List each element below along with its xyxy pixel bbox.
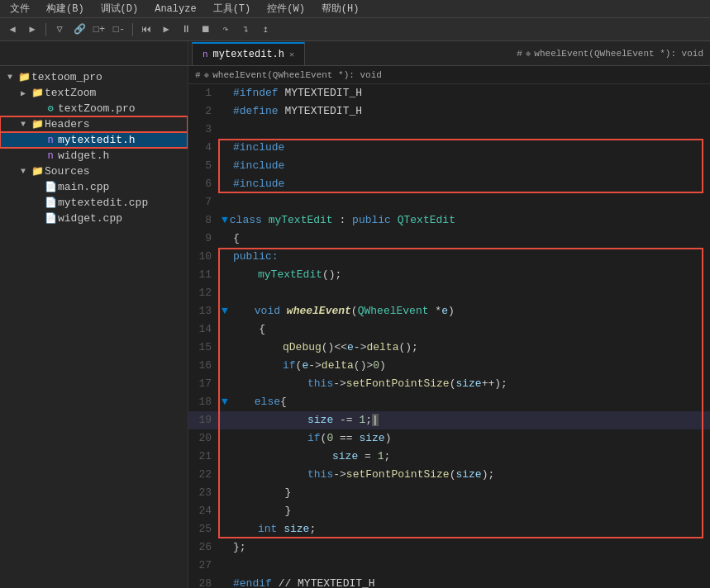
headers-arrow: ▼ [17,120,30,129]
sidebar-item-widget-cpp[interactable]: 📄 widget.cpp [0,211,188,226]
code-editor[interactable]: 1 #ifndef MYTEXTEDIT_H 2 #define MYTEXTE… [188,84,710,588]
code-line-28: 28 #endif // MYTEXTEDIT_H [188,575,710,588]
toolbar-play[interactable]: ▶ [157,21,175,39]
code-line-25: 25 int size; [188,520,710,538]
sidebar-item-widget-h[interactable]: n widget.h [0,148,188,164]
code-line-5: 5 #include [188,157,710,175]
toolbar-stop[interactable]: ⏹ [197,21,215,39]
toolbar-forward[interactable]: ▶ [23,21,41,39]
toolbar-pause[interactable]: ⏸ [177,21,195,39]
toolbar-back[interactable]: ◀ [3,21,21,39]
breadcrumb-separator: ◆ [204,69,210,80]
toolbar-minus[interactable]: □- [110,21,128,39]
sources-folder-icon: 📁 [30,165,45,178]
code-line-22: 22 this->setFontPointSize(size); [188,466,710,484]
tab-file-icon: n [203,50,208,59]
tab-mytextedit-h[interactable]: n mytextedit.h ✕ [192,42,305,65]
code-editor-area: # ◆ wheelEvent(QWheelEvent *): void 1 #i… [188,66,710,588]
code-line-4: 4 #include [188,139,710,157]
breadcrumb-hash: # [517,49,522,59]
project-label: textoom_pro [31,71,102,83]
headers-label: Headers [45,118,90,130]
headers-folder-icon: 📁 [30,118,45,130]
tab-close-button[interactable]: ✕ [289,50,294,59]
sidebar-item-mytextedit-h[interactable]: n mytextedit.h [0,132,188,148]
sidebar-item-sources[interactable]: ▼ 📁 Sources [0,164,188,179]
mytextedit-cpp-icon: 📄 [43,197,58,209]
sidebar-item-main-cpp[interactable]: 📄 main.cpp [0,179,188,195]
menu-analyze[interactable]: Analyze [151,3,199,15]
code-line-21: 21 size = 1; [188,448,710,466]
widget-h-icon: n [43,150,58,162]
breadcrumb-hash-label: # [195,70,201,80]
toolbar-sep2 [132,23,133,36]
widget-cpp-label: widget.cpp [58,212,122,225]
menu-tools[interactable]: 工具(T) [210,2,255,16]
code-line-6: 6 #include [188,175,710,193]
pro-file-icon: ⚙ [43,102,58,115]
breadcrumb-function: wheelEvent(QWheelEvent *): void [534,49,703,59]
code-line-11: 11 myTextEdit(); [188,266,710,284]
main-cpp-label: main.cpp [58,181,109,193]
menu-file[interactable]: 文件 [7,2,33,16]
toolbar-link[interactable]: 🔗 [70,21,88,39]
sidebar-item-textzoom[interactable]: ▶ 📁 textZoom [0,85,188,101]
code-line-24: 24 } [188,502,710,520]
sidebar-item-project[interactable]: ▼ 📁 textoom_pro [0,69,188,85]
code-line-17: 17 this->setFontPointSize(size++); [188,375,710,393]
code-line-2: 2 #define MYTEXTEDIT_H [188,102,710,121]
widget-h-label: widget.h [58,149,109,162]
widget-cpp-icon: 📄 [43,212,58,225]
sidebar-item-headers[interactable]: ▼ 📁 Headers [0,116,188,132]
toolbar-step-over[interactable]: ↷ [217,21,235,39]
code-line-3: 3 [188,121,710,139]
textzoom-label: textZoom [45,87,96,99]
main-cpp-icon: 📄 [43,181,58,193]
code-line-13: 13 ▼void wheelEvent(QWheelEvent *e) [188,302,710,320]
mytextedit-h-label: mytextedit.h [58,134,136,146]
toolbar-filter[interactable]: ▽ [50,21,69,39]
menu-control[interactable]: 控件(W) [264,2,308,16]
breadcrumb-function-name: wheelEvent(QWheelEvent *): void [212,70,382,80]
sources-arrow: ▼ [17,167,30,176]
menu-build[interactable]: 构建(B) [43,2,88,16]
project-arrow: ▼ [3,73,17,82]
toolbar-plus[interactable]: □+ [90,21,108,39]
menu-bar: 文件 构建(B) 调试(D) Analyze 工具(T) 控件(W) 帮助(H) [0,0,710,18]
sidebar-item-textzoom-pro[interactable]: ⚙ textZoom.pro [0,101,188,116]
code-line-14: 14 { [188,320,710,339]
sidebar-item-mytextedit-cpp[interactable]: 📄 mytextedit.cpp [0,195,188,211]
toolbar-prev[interactable]: ⏮ [137,21,155,39]
sources-label: Sources [45,165,90,178]
textzoom-arrow: ▶ [17,88,30,98]
code-line-1: 1 #ifndef MYTEXTEDIT_H [188,84,710,102]
breadcrumb-sep: ◆ [526,48,531,59]
code-line-9: 9 { [188,230,710,248]
code-line-27: 27 [188,557,710,575]
code-line-16: 16 if(e->delta()>0) [188,357,710,375]
code-line-19: 19 size -= 1;| [188,411,710,429]
sidebar-tree: ▼ 📁 textoom_pro ▶ 📁 textZoom ⚙ textZoom.… [0,66,188,230]
code-line-23: 23 } [188,484,710,502]
breadcrumb-strip: # ◆ wheelEvent(QWheelEvent *): void [188,66,710,84]
code-line-12: 12 [188,284,710,302]
textzoom-folder-icon: 📁 [30,87,45,99]
toolbar-step-into[interactable]: ↴ [236,21,255,39]
toolbar: ◀ ▶ ▽ 🔗 □+ □- ⏮ ▶ ⏸ ⏹ ↷ ↴ ↥ [0,18,710,41]
code-line-7: 7 [188,193,710,211]
toolbar-step-out[interactable]: ↥ [256,21,274,39]
code-line-26: 26 }; [188,538,710,557]
code-line-15: 15 qDebug()<<e->delta(); [188,339,710,357]
menu-debug[interactable]: 调试(D) [98,2,142,16]
header-file-icon: n [43,135,58,146]
toolbar-sep1 [45,23,46,36]
project-folder-icon: 📁 [17,71,31,83]
menu-help[interactable]: 帮助(H) [318,2,363,16]
mytextedit-cpp-label: mytextedit.cpp [58,197,148,209]
code-line-8: 8 ▼class myTextEdit : public QTextEdit [188,211,710,230]
code-line-20: 20 if(0 == size) [188,429,710,448]
pro-file-label: textZoom.pro [58,102,136,115]
code-line-18: 18 ▼else{ [188,393,710,411]
tab-label: mytextedit.h [213,49,284,60]
sidebar: ▼ 📁 textoom_pro ▶ 📁 textZoom ⚙ textZoom.… [0,66,188,588]
